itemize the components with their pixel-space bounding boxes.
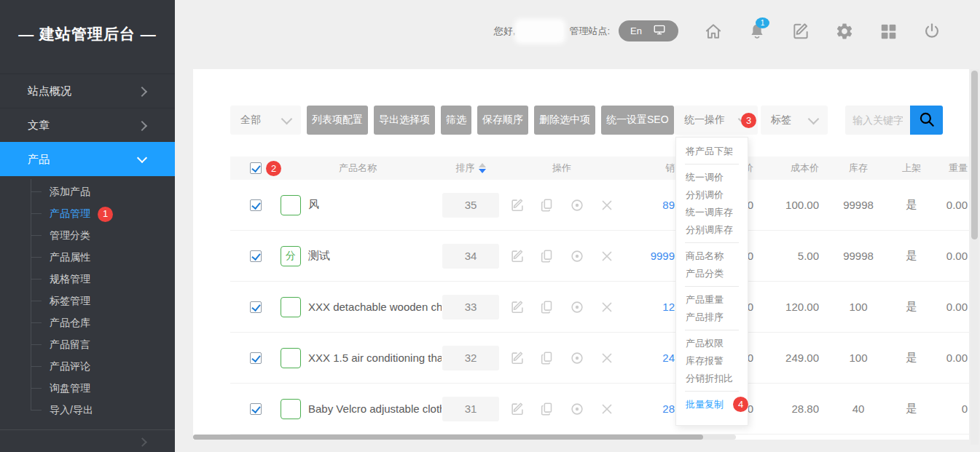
copy-icon[interactable] — [539, 350, 555, 366]
sales-count[interactable]: 9999 — [624, 250, 678, 262]
sort-order-input[interactable]: 35 — [442, 193, 499, 218]
vertical-scrollbar-thumb[interactable] — [971, 71, 978, 239]
submenu-item[interactable]: 询盘管理 — [0, 377, 175, 399]
sort-order-input[interactable]: 32 — [442, 346, 499, 370]
menu-item[interactable]: 分销折扣比 — [676, 370, 748, 387]
menu-item[interactable]: 产品权限 — [676, 335, 748, 352]
delete-icon[interactable] — [599, 350, 615, 366]
sales-count[interactable]: 12 — [624, 301, 678, 313]
copy-icon[interactable] — [539, 401, 555, 417]
edit-icon[interactable] — [509, 299, 525, 315]
submenu-item[interactable]: 导入/导出 — [0, 399, 175, 421]
column-header-weight[interactable]: 重量 — [927, 162, 969, 175]
delete-icon[interactable] — [599, 197, 615, 213]
bell-icon[interactable]: 1 — [747, 21, 767, 41]
column-header-name[interactable]: 产品名称 — [274, 162, 442, 175]
sidebar-item-site-overview[interactable]: 站点概况 — [0, 74, 175, 108]
menu-item[interactable]: 批量复制4 — [676, 396, 748, 413]
sort-order-input[interactable]: 33 — [442, 295, 499, 320]
column-header-cost[interactable]: 成本价 — [761, 162, 820, 175]
onsale-value: 是 — [896, 300, 927, 314]
view-icon[interactable] — [569, 197, 585, 213]
row-checkbox[interactable] — [250, 199, 262, 211]
sidebar-item-products[interactable]: 产品 — [0, 142, 175, 176]
notification-badge: 1 — [756, 17, 769, 28]
edit-icon[interactable] — [791, 21, 810, 41]
menu-item[interactable]: 统一调库存 — [676, 204, 748, 221]
menu-item[interactable]: 统一调价 — [676, 169, 748, 186]
menu-item[interactable]: 产品排序 — [676, 309, 748, 326]
vertical-scrollbar[interactable] — [971, 69, 979, 445]
row-checkbox[interactable] — [250, 352, 262, 364]
menu-item[interactable]: 分别调价 — [676, 186, 748, 204]
search-input[interactable] — [845, 106, 910, 135]
submenu-item[interactable]: 标签管理 — [0, 290, 175, 312]
sales-count[interactable]: 24 — [624, 352, 678, 364]
row-checkbox[interactable] — [250, 250, 262, 262]
edit-icon[interactable] — [509, 350, 525, 366]
edit-icon[interactable] — [509, 401, 525, 417]
horizontal-scrollbar[interactable] — [193, 435, 736, 440]
copy-icon[interactable] — [539, 299, 555, 315]
sort-order-input[interactable]: 34 — [442, 244, 499, 269]
menu-item[interactable]: 产品重量 — [676, 291, 748, 309]
select-all-checkbox[interactable] — [250, 162, 262, 174]
menu-item[interactable]: 商品名称 — [676, 247, 748, 265]
copy-icon[interactable] — [539, 248, 555, 264]
sales-count[interactable]: 28 — [624, 403, 678, 415]
home-icon[interactable] — [703, 21, 723, 41]
product-name: Baby Velcro adjustable cloth dia — [308, 403, 442, 415]
copy-icon[interactable] — [539, 197, 555, 213]
toolbar-button[interactable]: 导出选择项 — [374, 106, 435, 135]
sort-order-input[interactable]: 31 — [442, 397, 499, 421]
view-icon[interactable] — [569, 350, 585, 366]
view-icon[interactable] — [569, 299, 585, 315]
horizontal-scrollbar-thumb[interactable] — [193, 435, 703, 440]
submenu-item[interactable]: 产品仓库 — [0, 312, 175, 333]
edit-icon[interactable] — [509, 197, 525, 213]
row-checkbox[interactable] — [250, 301, 262, 313]
delete-icon[interactable] — [599, 248, 615, 264]
sidebar-item-articles[interactable]: 文章 — [0, 108, 175, 142]
menu-item[interactable]: 库存报警 — [676, 352, 748, 370]
submenu-item[interactable]: 管理分类 — [0, 224, 175, 246]
menu-item[interactable]: 分别调库存 — [676, 221, 748, 239]
row-checkbox[interactable] — [250, 403, 262, 415]
toolbar-button[interactable]: 列表项配置 — [307, 106, 368, 135]
submenu-item[interactable]: 产品评论 — [0, 355, 175, 377]
menu-item[interactable]: 产品分类 — [676, 265, 748, 282]
column-header-stock[interactable]: 库存 — [820, 162, 896, 175]
submenu-item-label: 询盘管理 — [50, 382, 90, 394]
view-icon[interactable] — [569, 401, 585, 417]
toolbar-button[interactable]: 删除选中项 — [534, 106, 595, 135]
chevron-right-icon — [137, 87, 147, 97]
delete-icon[interactable] — [599, 299, 615, 315]
language-site-pill[interactable]: En — [619, 20, 678, 41]
delete-icon[interactable] — [599, 401, 615, 417]
view-icon[interactable] — [569, 248, 585, 264]
toolbar-button[interactable]: 统一设置SEO — [601, 106, 674, 135]
submenu-item[interactable]: 添加产品 — [0, 181, 175, 202]
menu-item[interactable]: 将产品下架 — [676, 143, 748, 160]
toolbar-button[interactable]: 保存顺序 — [477, 106, 528, 135]
submenu-item[interactable]: 规格管理 — [0, 268, 175, 290]
submenu-item[interactable]: 产品留言 — [0, 333, 175, 355]
search-button[interactable] — [910, 106, 943, 135]
column-header-sort[interactable]: 排序 — [442, 162, 500, 175]
sidebar-item-label: 文章 — [28, 119, 50, 131]
submenu-item[interactable]: 产品管理1 — [0, 202, 175, 224]
edit-icon[interactable] — [509, 248, 525, 264]
submenu-item[interactable]: 产品属性 — [0, 246, 175, 268]
column-header-onsale[interactable]: 上架 — [896, 162, 927, 175]
menu-divider — [685, 286, 739, 287]
sort-arrows-icon[interactable] — [479, 163, 486, 173]
sort-header-label: 排序 — [456, 162, 475, 175]
gear-icon[interactable] — [834, 21, 854, 41]
apps-grid-icon[interactable] — [878, 21, 898, 41]
power-icon[interactable] — [922, 21, 941, 41]
toolbar-button[interactable]: 筛选 — [441, 106, 471, 135]
sales-count[interactable]: 89 — [624, 199, 678, 211]
filter-select[interactable]: 全部 — [230, 106, 301, 135]
tag-select[interactable]: 标签 — [761, 106, 828, 135]
column-header-sales[interactable]: 销 — [624, 162, 678, 175]
